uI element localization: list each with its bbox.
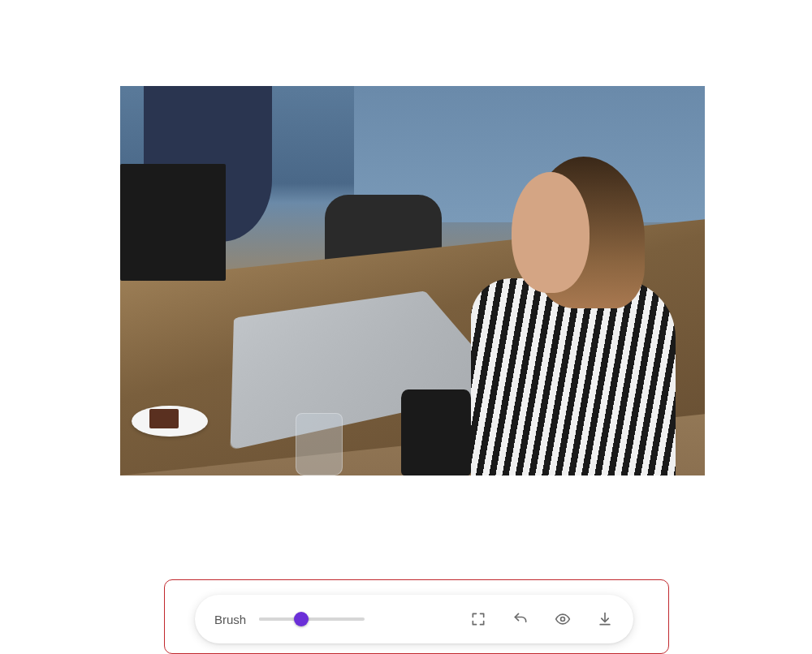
scene-camera — [401, 389, 471, 475]
fullscreen-icon — [470, 611, 486, 627]
eye-icon — [555, 611, 571, 627]
scene-cake — [149, 409, 179, 428]
svg-point-0 — [561, 617, 565, 622]
editor-toolbar: Brush — [195, 595, 633, 643]
slider-thumb[interactable] — [294, 612, 309, 626]
brush-control: Brush — [214, 611, 365, 627]
preview-button[interactable] — [554, 610, 572, 628]
scene-person-head — [512, 172, 590, 294]
toolbar-actions — [469, 610, 614, 628]
scene-glass — [296, 413, 343, 475]
photo-scene — [120, 86, 705, 475]
brush-label: Brush — [214, 613, 246, 626]
scene-monitor — [120, 164, 226, 281]
fullscreen-button[interactable] — [469, 610, 487, 628]
slider-track — [259, 617, 365, 621]
editor-image[interactable] — [120, 86, 705, 475]
download-icon — [597, 611, 613, 627]
undo-button[interactable] — [512, 610, 529, 628]
download-button[interactable] — [596, 610, 614, 628]
undo-icon — [512, 611, 529, 627]
brush-size-slider[interactable] — [259, 611, 365, 627]
